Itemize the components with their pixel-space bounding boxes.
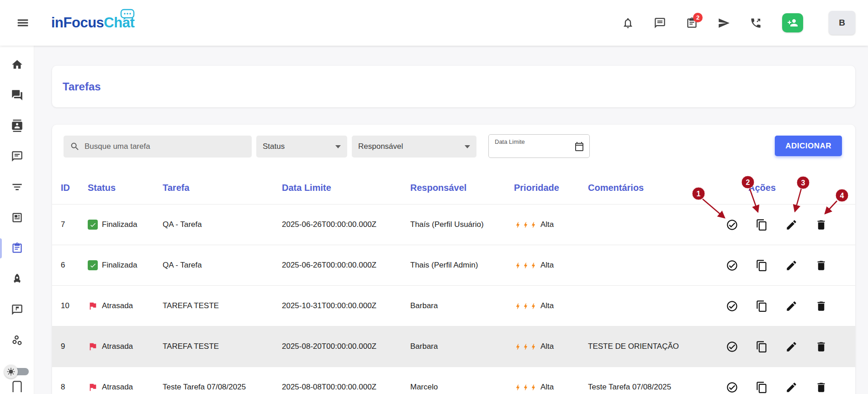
sidebar-item-filters[interactable]	[8, 178, 26, 196]
edit-task-button[interactable]	[781, 255, 801, 275]
priority-bolt-icon	[529, 343, 537, 351]
table-header: ID Status Tarefa Data Limite Responsável…	[52, 171, 855, 204]
cell-acoes	[719, 377, 855, 394]
delete-task-button[interactable]	[811, 215, 831, 235]
phone-forward-icon[interactable]	[746, 14, 765, 32]
complete-task-button[interactable]	[722, 296, 742, 316]
column-header-id[interactable]: ID	[61, 183, 88, 193]
cell-tarefa: QA - Tarefa	[163, 220, 282, 229]
app-logo: inFocusChat	[51, 15, 134, 31]
priority-label: Alta	[540, 301, 554, 310]
calendar-icon[interactable]	[574, 141, 585, 152]
column-header-status[interactable]: Status	[88, 183, 163, 193]
search-input[interactable]	[85, 142, 245, 151]
copy-icon	[756, 219, 768, 231]
delete-task-button[interactable]	[811, 336, 831, 357]
cell-acoes	[719, 215, 855, 235]
column-header-comentarios[interactable]: Comentários	[588, 183, 719, 193]
table-row: 8 Atrasada Teste Tarefa 07/08/2025 2025-…	[52, 367, 855, 394]
delete-icon	[815, 381, 827, 394]
complete-task-button[interactable]	[722, 255, 742, 275]
sidebar-item-contacts[interactable]	[8, 117, 26, 135]
duplicate-task-button[interactable]	[752, 377, 772, 394]
cell-responsavel: Thaís (Perfil Usuário)	[410, 220, 514, 229]
theme-toggle[interactable]	[4, 365, 30, 378]
cell-status: Finalizada	[88, 260, 163, 270]
sidebar-item-conversations[interactable]	[8, 147, 26, 165]
priority-bolt-icon	[522, 343, 529, 351]
bell-icon[interactable]	[619, 14, 637, 32]
priority-bolt-icon	[514, 221, 522, 229]
cell-prioridade: Alta	[514, 342, 588, 351]
sidebar-item-home[interactable]	[8, 56, 26, 74]
table-row: 9 Atrasada TAREFA TESTE 2025-08-20T00:00…	[52, 326, 855, 367]
duplicate-task-button[interactable]	[752, 255, 772, 275]
cell-prioridade: Alta	[514, 261, 588, 270]
title-card: Tarefas	[52, 66, 855, 107]
column-header-responsavel[interactable]: Responsável	[410, 183, 514, 193]
send-icon[interactable]	[715, 14, 733, 32]
device-partial-icon	[11, 380, 23, 394]
column-header-data-limite[interactable]: Data Limite	[282, 183, 410, 193]
tasks-card: Status Responsável Data Limite ADICIONAR…	[52, 125, 855, 394]
add-task-button[interactable]: ADICIONAR	[775, 136, 842, 156]
filter-sort-icon	[11, 181, 23, 193]
sidebar-item-connections[interactable]	[8, 331, 26, 349]
priority-label: Alta	[540, 383, 554, 392]
top-header: inFocusChat 2 B	[0, 0, 868, 46]
edit-task-button[interactable]	[781, 377, 801, 394]
search-box[interactable]	[64, 136, 252, 158]
theme-toggle-sun-icon	[4, 365, 18, 378]
delete-task-button[interactable]	[811, 255, 831, 275]
column-header-prioridade[interactable]: Prioridade	[514, 183, 588, 193]
cell-id: 10	[61, 301, 88, 310]
cell-status: Atrasada	[88, 382, 163, 392]
finalizada-check-icon	[88, 260, 98, 270]
sidebar-item-rocket[interactable]	[8, 270, 26, 288]
complete-task-button[interactable]	[722, 377, 742, 394]
status-select[interactable]: Status	[256, 136, 347, 158]
copy-icon	[756, 341, 768, 353]
cell-status: Atrasada	[88, 341, 163, 352]
copy-icon	[756, 381, 768, 394]
sidebar-item-reports[interactable]	[8, 301, 26, 319]
data-limite-field[interactable]: Data Limite	[488, 134, 590, 158]
duplicate-task-button[interactable]	[752, 296, 772, 316]
avatar[interactable]: B	[829, 11, 855, 35]
priority-label: Alta	[540, 261, 554, 270]
complete-task-button[interactable]	[722, 336, 742, 357]
edit-task-button[interactable]	[781, 336, 801, 357]
priority-bolt-icon	[529, 221, 537, 229]
duplicate-task-button[interactable]	[752, 336, 772, 357]
status-select-label: Status	[263, 142, 285, 151]
scatter-icon	[11, 334, 23, 347]
responsavel-select[interactable]: Responsável	[352, 136, 476, 158]
sidebar-item-tasks[interactable]	[8, 239, 26, 257]
menu-icon[interactable]	[14, 14, 32, 32]
cell-acoes	[719, 255, 855, 275]
column-header-acoes: Ações	[719, 183, 855, 193]
chat-icon[interactable]	[651, 14, 669, 32]
column-header-tarefa[interactable]: Tarefa	[163, 183, 282, 193]
check-circle-icon	[726, 300, 738, 312]
cell-responsavel: Barbara	[410, 301, 514, 310]
status-label: Atrasada	[102, 342, 133, 351]
priority-bolt-icon	[529, 383, 537, 391]
priority-label: Alta	[540, 220, 554, 229]
sidebar-item-feed[interactable]	[8, 209, 26, 226]
tasks-clipboard-icon[interactable]: 2	[683, 14, 701, 32]
header-actions: 2 B	[619, 11, 855, 35]
sidebar-item-forum[interactable]	[8, 86, 26, 104]
duplicate-task-button[interactable]	[752, 215, 772, 235]
priority-bolt-icon	[522, 221, 529, 229]
chevron-down-icon	[335, 145, 341, 148]
cell-acoes	[719, 296, 855, 316]
person-add-icon[interactable]	[782, 13, 803, 32]
delete-task-button[interactable]	[811, 296, 831, 316]
edit-task-button[interactable]	[781, 296, 801, 316]
edit-task-button[interactable]	[781, 215, 801, 235]
edit-icon	[785, 300, 798, 312]
delete-task-button[interactable]	[811, 377, 831, 394]
complete-task-button[interactable]	[722, 215, 742, 235]
cell-data-limite: 2025-06-26T00:00:00.000Z	[282, 261, 410, 270]
